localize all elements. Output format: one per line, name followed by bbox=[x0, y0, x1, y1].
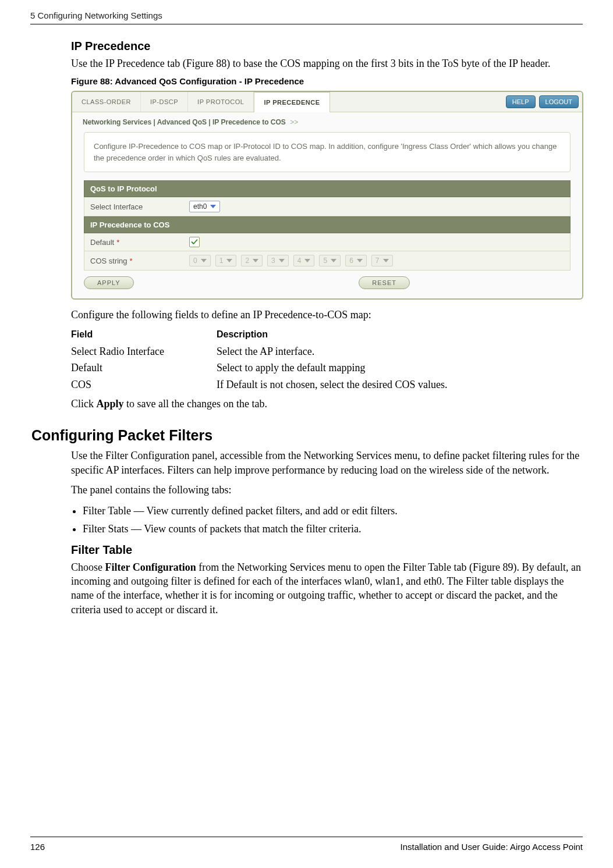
table-row: Select Radio Interface Select the AP int… bbox=[71, 343, 583, 360]
list-item: Filter Stats — View counts of packets th… bbox=[83, 521, 583, 538]
cos-string-label: COS string* bbox=[90, 257, 189, 265]
filter-table-heading: Filter Table bbox=[71, 543, 583, 557]
cos-select-5[interactable]: 5 bbox=[319, 255, 341, 266]
chevron-down-icon bbox=[226, 259, 232, 262]
table-cell-field: COS bbox=[71, 376, 217, 393]
figure-88-caption: Figure 88: Advanced QoS Configuration - … bbox=[71, 76, 583, 86]
breadcrumb-chevron: >> bbox=[290, 118, 298, 126]
select-interface-dropdown[interactable]: eth0 bbox=[189, 201, 220, 212]
tab-ip-dscp[interactable]: IP-DSCP bbox=[141, 92, 188, 112]
cos-select-0[interactable]: 0 bbox=[189, 255, 211, 266]
configuring-packet-filters-heading: Configuring Packet Filters bbox=[31, 427, 583, 444]
default-checkbox[interactable] bbox=[189, 237, 200, 247]
cos-select-1[interactable]: 1 bbox=[215, 255, 237, 266]
chevron-down-icon bbox=[331, 259, 336, 262]
help-button[interactable]: HELP bbox=[506, 95, 536, 108]
cos-select-2[interactable]: 2 bbox=[241, 255, 263, 266]
cos-select-7[interactable]: 7 bbox=[371, 255, 393, 266]
table-cell-field: Default bbox=[71, 360, 217, 376]
chevron-down-icon bbox=[210, 205, 216, 208]
breadcrumb-text: Networking Services | Advanced QoS | IP … bbox=[83, 118, 286, 126]
table-cell-desc: Select to apply the default mapping bbox=[217, 360, 583, 376]
select-interface-label: Select Interface bbox=[90, 202, 189, 211]
row-cos-string: COS string* 0 1 2 3 4 5 6 7 bbox=[84, 251, 571, 271]
table-cell-desc: Select the AP interface. bbox=[217, 343, 583, 360]
field-description-table: Field Description Select Radio Interface… bbox=[71, 329, 583, 393]
qos-tab-bar: CLASS-ORDER IP-DSCP IP PROTOCOL IP PRECE… bbox=[72, 92, 582, 112]
running-head-text: 5 Configuring Networking Settings bbox=[30, 10, 162, 20]
select-interface-value: eth0 bbox=[193, 202, 207, 211]
filters-bullet-list: Filter Table — View currently defined pa… bbox=[71, 503, 583, 538]
required-star: * bbox=[130, 257, 133, 265]
tab-class-order[interactable]: CLASS-ORDER bbox=[72, 92, 141, 112]
row-select-interface: Select Interface eth0 bbox=[84, 197, 571, 216]
footer-title: Installation and User Guide: Airgo Acces… bbox=[400, 842, 583, 852]
page-footer: 126 Installation and User Guide: Airgo A… bbox=[30, 837, 583, 852]
table-row: COS If Default is not chosen, select the… bbox=[71, 376, 583, 393]
cos-dropdown-group: 0 1 2 3 4 5 6 7 bbox=[189, 255, 393, 266]
logout-button[interactable]: LOGOUT bbox=[539, 95, 579, 108]
section-qos-to-ip-protocol: QoS to IP Protocol bbox=[84, 180, 571, 197]
page-number: 126 bbox=[30, 842, 45, 852]
chevron-down-icon bbox=[279, 259, 285, 262]
chevron-down-icon bbox=[304, 259, 310, 262]
cos-select-6[interactable]: 6 bbox=[345, 255, 367, 266]
table-cell-field: Select Radio Interface bbox=[71, 343, 217, 360]
row-default: Default* bbox=[84, 233, 571, 251]
list-item: Filter Table — View currently defined pa… bbox=[83, 503, 583, 520]
chevron-down-icon bbox=[357, 259, 363, 262]
click-apply-paragraph: Click Apply to save all the changes on t… bbox=[71, 397, 583, 411]
filters-paragraph-2: The panel contains the following tabs: bbox=[71, 483, 583, 497]
chevron-down-icon bbox=[383, 259, 389, 262]
qos-panel-screenshot: CLASS-ORDER IP-DSCP IP PROTOCOL IP PRECE… bbox=[71, 91, 583, 300]
table-header-field: Field bbox=[71, 329, 217, 340]
apply-button[interactable]: APPLY bbox=[84, 276, 134, 289]
required-star: * bbox=[116, 238, 119, 247]
filter-table-paragraph: Choose Filter Configuration from the Net… bbox=[71, 560, 583, 617]
table-row: Default Select to apply the default mapp… bbox=[71, 360, 583, 376]
info-box: Configure IP-Precedence to COS map or IP… bbox=[84, 132, 571, 172]
breadcrumb: Networking Services | Advanced QoS | IP … bbox=[83, 118, 582, 126]
cos-select-3[interactable]: 3 bbox=[267, 255, 289, 266]
configure-fields-paragraph: Configure the following fields to define… bbox=[71, 308, 583, 322]
cos-select-4[interactable]: 4 bbox=[293, 255, 315, 266]
check-icon bbox=[191, 239, 198, 246]
section-ip-precedence-to-cos: IP Precedence to COS bbox=[84, 216, 571, 233]
running-head-rule bbox=[30, 24, 583, 24]
filters-paragraph-1: Use the Filter Configuration panel, acce… bbox=[71, 449, 583, 477]
button-bar: APPLY RESET bbox=[84, 276, 410, 289]
chevron-down-icon bbox=[253, 259, 258, 262]
tab-ip-protocol[interactable]: IP PROTOCOL bbox=[188, 92, 254, 112]
table-cell-desc: If Default is not chosen, select the des… bbox=[217, 376, 583, 393]
chevron-down-icon bbox=[201, 259, 207, 262]
tab-ip-precedence[interactable]: IP PRECEDENCE bbox=[254, 91, 329, 112]
default-label: Default* bbox=[90, 238, 189, 247]
reset-button[interactable]: RESET bbox=[359, 276, 410, 289]
ip-precedence-heading: IP Precedence bbox=[71, 40, 583, 53]
ip-precedence-paragraph: Use the IP Precedence tab (Figure 88) to… bbox=[71, 56, 583, 70]
table-header-description: Description bbox=[217, 329, 583, 340]
